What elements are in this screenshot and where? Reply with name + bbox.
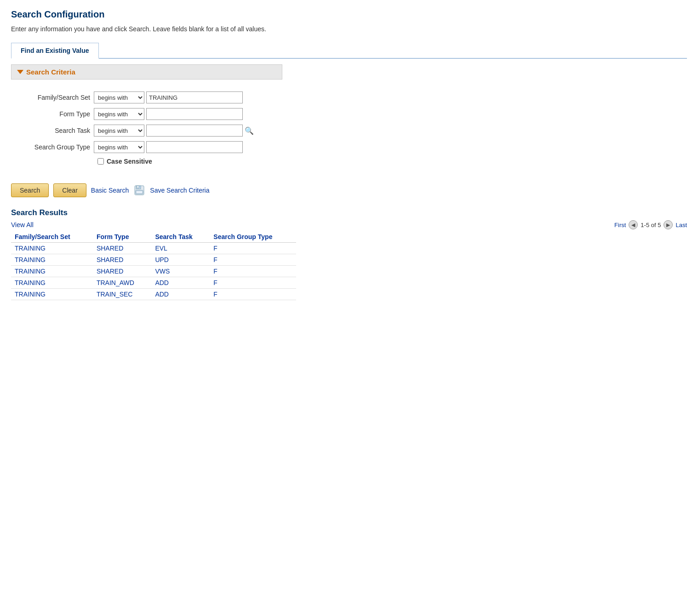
col-search-task: Search Task (151, 231, 210, 243)
criteria-title: Search Criteria (26, 68, 75, 76)
svg-rect-4 (137, 191, 142, 193)
collapse-icon (17, 70, 23, 74)
table-cell[interactable]: TRAINING (11, 254, 93, 266)
table-cell[interactable]: TRAIN_AWD (93, 277, 152, 289)
case-sensitive-row: Case Sensitive (97, 158, 687, 165)
table-cell[interactable]: SHARED (93, 266, 152, 277)
button-row: Search Clear Basic Search Save Search Cr… (11, 183, 687, 197)
search-group-type-input[interactable] (146, 141, 243, 153)
table-cell[interactable]: F (210, 289, 296, 300)
form-type-row: Form Type begins with contains = not = (20, 108, 687, 120)
search-group-type-label: Search Group Type (20, 143, 94, 151)
table-row[interactable]: TRAININGSHAREDVWSF (11, 266, 296, 277)
form-type-input[interactable] (146, 108, 243, 120)
table-cell[interactable]: SHARED (93, 254, 152, 266)
table-cell[interactable]: F (210, 243, 296, 254)
table-cell[interactable]: ADD (151, 277, 210, 289)
table-cell[interactable]: F (210, 254, 296, 266)
family-search-set-label: Family/Search Set (20, 94, 94, 101)
criteria-header[interactable]: Search Criteria (11, 64, 282, 80)
table-row[interactable]: TRAININGTRAIN_AWDADDF (11, 277, 296, 289)
table-cell[interactable]: TRAINING (11, 277, 93, 289)
search-button[interactable]: Search (11, 183, 49, 197)
table-cell[interactable]: TRAIN_SEC (93, 289, 152, 300)
save-search-icon[interactable] (134, 185, 144, 195)
table-row[interactable]: TRAININGSHAREDEVLF (11, 243, 296, 254)
search-task-label: Search Task (20, 127, 94, 134)
table-cell[interactable]: ADD (151, 289, 210, 300)
col-family-search-set: Family/Search Set (11, 231, 93, 243)
table-cell[interactable]: EVL (151, 243, 210, 254)
search-task-input[interactable] (146, 125, 243, 137)
form-type-operator[interactable]: begins with contains = not = (94, 108, 144, 120)
form-type-label: Form Type (20, 110, 94, 118)
table-cell[interactable]: F (210, 277, 296, 289)
table-header-row: Family/Search Set Form Type Search Task … (11, 231, 296, 243)
tab-find-existing-value[interactable]: Find an Existing Value (11, 43, 99, 59)
table-cell[interactable]: F (210, 266, 296, 277)
case-sensitive-checkbox[interactable] (97, 158, 104, 165)
results-nav: View All First ◀ 1-5 of 5 ▶ Last (11, 220, 687, 229)
search-task-operator[interactable]: begins with contains = not = (94, 125, 144, 137)
col-search-group-type: Search Group Type (210, 231, 296, 243)
family-search-set-operator[interactable]: begins with contains = not = (94, 91, 144, 103)
view-all-link[interactable]: View All (11, 221, 34, 228)
clear-button[interactable]: Clear (53, 183, 86, 197)
page-title: Search Configuration (11, 9, 687, 20)
pagination-text: 1-5 of 5 (641, 222, 661, 228)
results-table: Family/Search Set Form Type Search Task … (11, 231, 296, 300)
svg-rect-5 (138, 186, 141, 188)
intro-text: Enter any information you have and click… (11, 25, 687, 33)
col-form-type: Form Type (93, 231, 152, 243)
basic-search-link[interactable]: Basic Search (91, 187, 129, 194)
last-link[interactable]: Last (675, 222, 687, 228)
table-cell[interactable]: SHARED (93, 243, 152, 254)
table-row[interactable]: TRAININGSHAREDUPDF (11, 254, 296, 266)
search-results-section: Search Results View All First ◀ 1-5 of 5… (11, 208, 687, 300)
search-group-type-row: Search Group Type begins with contains =… (20, 141, 687, 153)
table-cell[interactable]: TRAINING (11, 266, 93, 277)
table-row[interactable]: TRAININGTRAIN_SECADDF (11, 289, 296, 300)
next-page-button[interactable]: ▶ (664, 220, 673, 229)
first-link[interactable]: First (614, 222, 626, 228)
table-cell[interactable]: UPD (151, 254, 210, 266)
results-title: Search Results (11, 208, 687, 217)
search-task-lookup-icon[interactable]: 🔍 (245, 126, 254, 135)
table-cell[interactable]: VWS (151, 266, 210, 277)
search-task-row: Search Task begins with contains = not =… (20, 125, 687, 137)
save-search-criteria-link[interactable]: Save Search Criteria (150, 187, 209, 194)
family-search-set-input[interactable] (146, 91, 243, 103)
case-sensitive-label: Case Sensitive (107, 158, 152, 165)
table-cell[interactable]: TRAINING (11, 289, 93, 300)
prev-page-button[interactable]: ◀ (629, 220, 638, 229)
search-group-type-operator[interactable]: begins with contains = not = (94, 141, 144, 153)
search-form: Family/Search Set begins with contains =… (11, 87, 687, 183)
family-search-set-row: Family/Search Set begins with contains =… (20, 91, 687, 103)
table-cell[interactable]: TRAINING (11, 243, 93, 254)
tab-bar: Find an Existing Value (11, 42, 687, 59)
